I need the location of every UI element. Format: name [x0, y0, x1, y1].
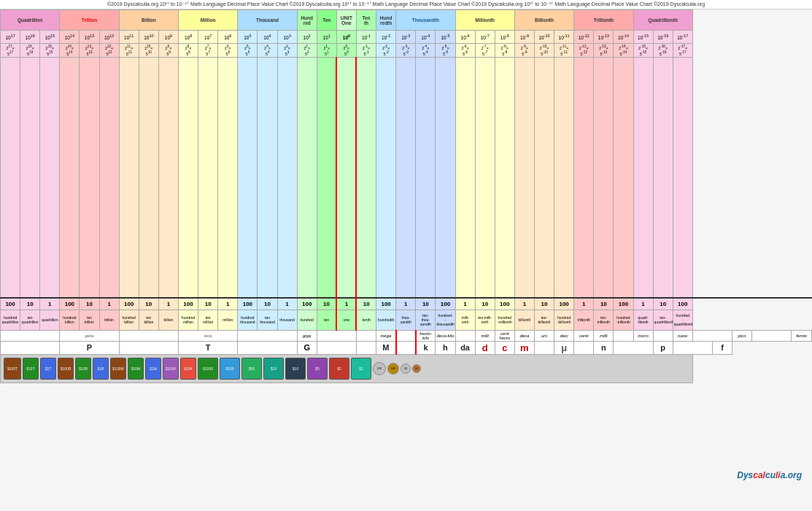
symbol-cell: P	[60, 341, 119, 354]
place-name: hundredtrillion	[60, 310, 80, 330]
power-cell: 10-15	[633, 31, 653, 44]
value-cell: 10	[20, 298, 40, 310]
place-name: thou-sandth	[396, 310, 416, 330]
place-name: ten-quadrillionth	[653, 310, 673, 330]
value-cell: 10	[475, 298, 495, 310]
prefix-cell: uni	[534, 330, 554, 341]
factor-cell: 2-6×5-6	[455, 44, 475, 58]
prefix-cell	[238, 330, 297, 341]
prefix-cell: deci	[554, 330, 574, 341]
prefix-cell: micro	[633, 330, 653, 341]
symbol-cell: da	[455, 341, 475, 354]
value-cell: 1	[158, 298, 178, 310]
symbol-cell: p	[653, 341, 673, 354]
factor-cell: 2-5×5-5	[436, 44, 455, 58]
place-name: hundredquadrillion	[1, 310, 20, 330]
prefix-cell: tera	[178, 330, 237, 341]
prefix-cell: deca	[514, 330, 534, 341]
factor-cell: 2-3×5-3	[396, 44, 416, 58]
place-name: quadrillion	[40, 310, 60, 330]
factor-cell: 215×515	[40, 44, 60, 58]
factor-cell: 24×54	[258, 44, 277, 58]
power-cell: 1017	[1, 31, 20, 44]
mid-cell	[238, 57, 258, 298]
prefix-cell	[396, 330, 416, 341]
mid-cell	[158, 57, 178, 298]
place-name: tenth	[356, 310, 376, 330]
mid-cell	[594, 57, 614, 298]
mid-cell	[297, 57, 317, 298]
value-cell: 100	[119, 298, 139, 310]
value-cell: 100	[554, 298, 574, 310]
symbol-cell	[119, 341, 178, 354]
power-cell: 10-8	[495, 31, 514, 44]
factor-cell: 27×57	[198, 44, 218, 58]
value-cell: 10	[258, 298, 277, 310]
mid-cell	[673, 57, 692, 298]
values-row: 100 10 1 100 10 1 100 10 1 100 10 1 100 …	[1, 298, 812, 310]
symbol-cell	[396, 341, 416, 354]
mid-cell	[376, 57, 396, 298]
mid-cell	[396, 57, 416, 298]
power-cell: 10-14	[614, 31, 633, 44]
power-cell: 105	[238, 31, 258, 44]
header-trillionth: Trillionth	[574, 10, 633, 31]
mid-cell	[574, 57, 594, 298]
symbol-cell: h	[436, 341, 455, 354]
mid-cell	[80, 57, 99, 298]
power-cell: 104	[258, 31, 277, 44]
place-name: hundred-quadrillionth	[673, 310, 692, 330]
prefix-cell	[653, 330, 673, 341]
mid-cell	[218, 57, 238, 298]
place-name: hundred-billionth	[554, 310, 574, 330]
power-cell: 10-12	[574, 31, 594, 44]
header-row: Quadrillion Trillion Billion Million Tho…	[1, 10, 812, 31]
symbol-cell: c	[495, 341, 514, 354]
symbol-cell	[614, 341, 653, 354]
factor-cell: 2-16×5-16	[653, 44, 673, 58]
prefix-cell: pico	[732, 330, 752, 341]
place-name: ten-thou-sandth	[416, 310, 436, 330]
mid-cell	[514, 57, 534, 298]
value-cell: 100	[614, 298, 633, 310]
symbol-cell: m	[514, 341, 534, 354]
place-name: hundred	[297, 310, 317, 330]
power-cell: 10-11	[554, 31, 574, 44]
power-cell: 10-13	[594, 31, 614, 44]
factor-cell: 2-13×5-13	[594, 44, 614, 58]
prefix-cell	[752, 330, 792, 341]
power-cell: 10-4	[416, 31, 436, 44]
powers-row: 1017 1016 1015 1014 1013 1012 1011 1010 …	[1, 31, 812, 44]
value-cell: 10	[416, 298, 436, 310]
factor-cell: 23×53	[277, 44, 297, 58]
place-name: ten-billionth	[534, 310, 554, 330]
place-name: hundredthousand	[238, 310, 258, 330]
prefix-cell: peta	[60, 330, 119, 341]
symbol-cell	[1, 341, 60, 354]
prefix-cell: milli	[594, 330, 614, 341]
factor-cell: 2-9×5-9	[514, 44, 534, 58]
place-name: tenbillion	[139, 310, 158, 330]
factor-cell: 22×52	[297, 44, 317, 58]
mid-cell	[258, 57, 277, 298]
mid-cell	[436, 57, 455, 298]
mid-cell	[317, 57, 336, 298]
header-tenth: Tenth	[356, 10, 376, 31]
power-cell: 1013	[80, 31, 99, 44]
value-cell: 100	[495, 298, 514, 310]
factor-cell: 2-12×5-12	[574, 44, 594, 58]
si-prefix-row: peta tera giga mega hecto-kilo deca-kilo…	[1, 330, 812, 341]
symbol-cell	[356, 341, 376, 354]
mid-cell	[495, 57, 514, 298]
prefix-cell: nano	[673, 330, 692, 341]
mid-cell	[633, 57, 653, 298]
header-billion: Billion	[119, 10, 178, 31]
money-row: $100T $10T $1T $100B $10B $1B $100M $10M…	[1, 354, 812, 383]
factor-cell: 2-7×5-7	[475, 44, 495, 58]
place-name: tentrillion	[80, 310, 99, 330]
prefix-cell	[614, 330, 633, 341]
mid-cell	[119, 57, 139, 298]
value-cell: 100	[1, 298, 20, 310]
mid-cell	[416, 57, 436, 298]
prefix-cell	[119, 330, 178, 341]
